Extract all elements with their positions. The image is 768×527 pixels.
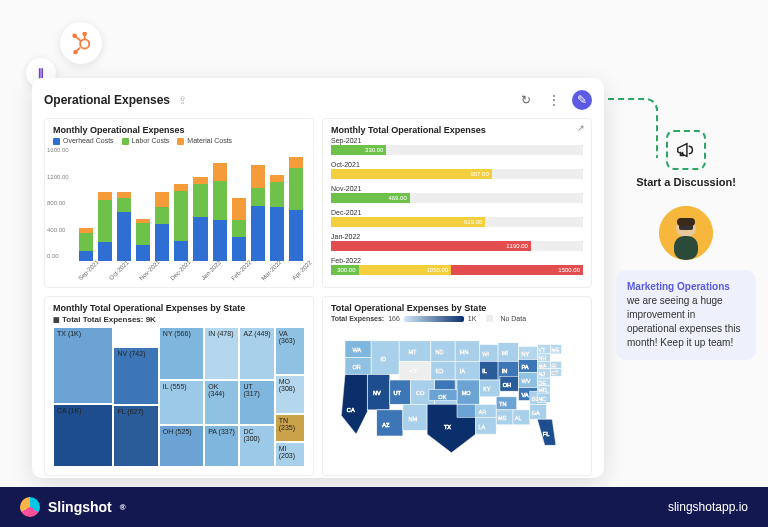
bar bbox=[270, 175, 284, 260]
treemap-cell[interactable]: VA (363) bbox=[275, 327, 305, 375]
map-legend: Total Expenses: 166 1K No Data bbox=[331, 315, 583, 322]
hbar-chart: Sep-2021330.00Oct-2021957.00Nov-2021469.… bbox=[331, 137, 583, 275]
bar bbox=[193, 177, 207, 261]
treemap-cell[interactable]: IN (478) bbox=[204, 327, 239, 380]
svg-text:SD: SD bbox=[436, 368, 444, 374]
svg-text:NH: NH bbox=[538, 355, 546, 361]
hbar-row: Sep-2021330.00 bbox=[331, 137, 583, 155]
svg-text:AZ: AZ bbox=[382, 422, 390, 428]
megaphone-icon bbox=[666, 130, 706, 170]
treemap-cell[interactable]: OK (344) bbox=[204, 380, 239, 425]
edit-button[interactable]: ✎ bbox=[572, 90, 592, 110]
svg-text:NV: NV bbox=[373, 390, 381, 396]
treemap-total: ▦ Total Total Expenses: 9K bbox=[53, 315, 305, 324]
brand: Slingshot® bbox=[20, 497, 126, 517]
svg-text:OK: OK bbox=[438, 394, 446, 400]
svg-text:ME: ME bbox=[551, 347, 560, 353]
svg-text:OR: OR bbox=[352, 364, 360, 370]
more-icon[interactable]: ⋮ bbox=[544, 90, 564, 110]
svg-text:IL: IL bbox=[482, 368, 487, 374]
svg-text:VA: VA bbox=[521, 392, 528, 398]
legend: Overhead Costs Labor Costs Material Cost… bbox=[53, 137, 305, 145]
treemap-cell[interactable]: OH (525) bbox=[159, 425, 204, 467]
treemap-cell[interactable]: TX (1K) bbox=[53, 327, 113, 404]
popout-icon[interactable]: ↗ bbox=[577, 123, 585, 133]
bar bbox=[289, 157, 303, 261]
hbar-row: Oct-2021957.00 bbox=[331, 161, 583, 179]
svg-text:UT: UT bbox=[394, 390, 402, 396]
treemap-cell[interactable]: FL (627) bbox=[113, 405, 158, 467]
treemap-cell[interactable]: DC (300) bbox=[239, 425, 274, 467]
svg-text:IN: IN bbox=[502, 368, 508, 374]
svg-text:IA: IA bbox=[460, 368, 466, 374]
treemap-cell[interactable]: IL (555) bbox=[159, 380, 204, 425]
bar bbox=[174, 184, 188, 261]
panel-monthly-operational-expenses: Monthly Operational Expenses Overhead Co… bbox=[44, 118, 314, 288]
svg-text:GA: GA bbox=[532, 410, 540, 416]
svg-text:KY: KY bbox=[483, 386, 491, 392]
brand-mark-icon bbox=[20, 497, 40, 517]
hbar-row: Jan-20221190.00 bbox=[331, 233, 583, 251]
svg-rect-138 bbox=[677, 218, 695, 226]
svg-text:MO: MO bbox=[462, 390, 472, 396]
bar bbox=[79, 228, 93, 260]
svg-text:CO: CO bbox=[416, 390, 425, 396]
svg-text:ND: ND bbox=[436, 349, 444, 355]
bar bbox=[232, 198, 246, 261]
discussion-bubble: Marketing Operations we are seeing a hug… bbox=[616, 270, 756, 360]
treemap-cell[interactable]: MO (308) bbox=[275, 375, 305, 414]
footer-url[interactable]: slingshotapp.io bbox=[668, 500, 748, 514]
svg-point-5 bbox=[73, 34, 76, 37]
panel-title: Monthly Total Operational Expenses bbox=[331, 125, 583, 135]
svg-point-6 bbox=[74, 51, 77, 54]
panel-title: Total Operational Expenses by State bbox=[331, 303, 583, 313]
svg-point-0 bbox=[80, 39, 89, 48]
svg-text:WI: WI bbox=[482, 351, 489, 357]
bar bbox=[155, 192, 169, 261]
treemap-cell[interactable]: CA (1K) bbox=[53, 404, 113, 467]
svg-text:FL: FL bbox=[543, 431, 550, 437]
svg-text:TN: TN bbox=[499, 401, 506, 407]
panel-title: Monthly Operational Expenses bbox=[53, 125, 305, 135]
svg-text:MI: MI bbox=[502, 350, 509, 356]
refresh-icon[interactable]: ↻ bbox=[516, 90, 536, 110]
panel-expenses-by-state-treemap: Monthly Total Operational Expenses by St… bbox=[44, 296, 314, 476]
treemap-cell[interactable]: NV (742) bbox=[113, 347, 158, 406]
svg-text:PA: PA bbox=[521, 364, 528, 370]
svg-rect-136 bbox=[674, 236, 698, 260]
treemap-cell[interactable]: NY (566) bbox=[159, 327, 204, 380]
bar bbox=[117, 192, 131, 261]
treemap-cell[interactable]: UT (317) bbox=[239, 380, 274, 425]
svg-text:MT: MT bbox=[408, 349, 417, 355]
mention[interactable]: Marketing Operations bbox=[627, 281, 730, 292]
user-avatar bbox=[659, 206, 713, 260]
svg-text:MN: MN bbox=[460, 349, 469, 355]
svg-point-4 bbox=[83, 32, 86, 35]
treemap-cell[interactable]: AZ (449) bbox=[239, 327, 274, 380]
discussion-cta[interactable]: Start a Discussion! bbox=[616, 176, 756, 188]
svg-text:WY: WY bbox=[408, 368, 417, 374]
treemap-cell[interactable]: MI (203) bbox=[275, 442, 305, 467]
panel-expenses-by-state-map: Total Operational Expenses by State Tota… bbox=[322, 296, 592, 476]
us-choropleth: WA OR ID MT ND MN WI MI NY VT ME NH MA R… bbox=[331, 324, 583, 464]
svg-text:VT: VT bbox=[538, 347, 546, 353]
panel-title: Monthly Total Operational Expenses by St… bbox=[53, 303, 305, 313]
x-axis: Sep-2021Oct-2021Nov-2021Dec-2021Jan-2022… bbox=[77, 263, 305, 269]
svg-text:NJ: NJ bbox=[538, 371, 545, 377]
svg-text:TX: TX bbox=[444, 424, 451, 430]
share-icon[interactable]: ⇪ bbox=[178, 94, 187, 107]
bar bbox=[251, 165, 265, 260]
svg-text:NY: NY bbox=[521, 351, 529, 357]
bar bbox=[98, 192, 112, 261]
svg-text:CT: CT bbox=[551, 370, 559, 376]
dashboard-card: Operational Expenses ⇪ ↻ ⋮ ✎ Monthly Ope… bbox=[32, 78, 604, 478]
hubspot-logo bbox=[60, 22, 102, 64]
hbar-row: Feb-2022300.001050.001500.00 bbox=[331, 257, 583, 275]
svg-text:MS: MS bbox=[498, 415, 507, 421]
treemap-cell[interactable]: TN (235) bbox=[275, 414, 305, 442]
dashboard-title: Operational Expenses bbox=[44, 93, 170, 107]
svg-text:AL: AL bbox=[515, 415, 522, 421]
treemap-cell[interactable]: PA (337) bbox=[204, 425, 239, 467]
svg-text:CA: CA bbox=[347, 407, 355, 413]
bar bbox=[136, 219, 150, 261]
